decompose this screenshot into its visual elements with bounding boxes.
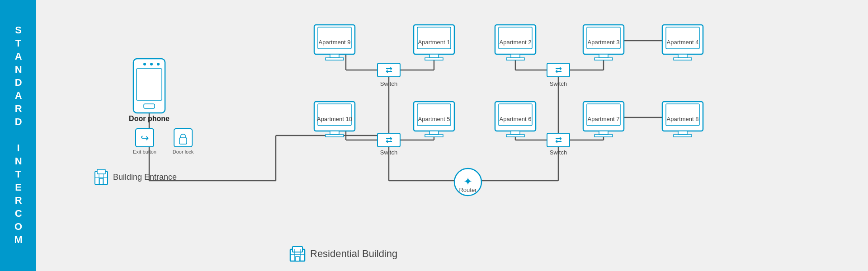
building-entrance-icon (95, 169, 108, 184)
svg-rect-112 (296, 257, 299, 261)
apt1-label: Apartment 1 (418, 39, 450, 46)
svg-text:⇄: ⇄ (386, 136, 392, 145)
apt4-label: Apartment 4 (667, 39, 699, 46)
svg-text:⇄: ⇄ (555, 136, 562, 145)
svg-rect-95 (137, 69, 162, 100)
router-label: Router (459, 187, 477, 193)
svg-rect-72 (506, 135, 524, 137)
svg-point-92 (143, 63, 146, 65)
svg-text:⇄: ⇄ (555, 65, 562, 75)
switch1-label: Switch (380, 149, 397, 156)
switch-top-right: ⇄ (547, 63, 570, 77)
apt3-label: Apartment 3 (588, 39, 620, 46)
residential-building-label: Residential Building (310, 248, 397, 260)
apt7-label: Apartment 7 (588, 116, 620, 122)
network-diagram: Apartment 9 Apartment 1 Apartment 2 Apar… (36, 0, 868, 244)
svg-rect-51 (511, 54, 520, 58)
svg-rect-55 (599, 54, 608, 58)
switch-top-left: ⇄ (377, 63, 400, 77)
main-content: Apartment 9 Apartment 1 Apartment 2 Apar… (36, 0, 868, 271)
svg-text:↪: ↪ (141, 132, 149, 144)
svg-rect-48 (425, 58, 443, 60)
switch-bottom-left: ⇄ (377, 133, 400, 147)
svg-rect-60 (674, 58, 692, 60)
svg-text:✦: ✦ (463, 175, 472, 187)
svg-rect-108 (292, 247, 302, 252)
svg-rect-71 (511, 131, 520, 135)
svg-point-94 (157, 63, 160, 65)
svg-rect-56 (594, 58, 613, 60)
svg-rect-47 (429, 54, 439, 58)
svg-rect-64 (326, 135, 344, 137)
bottom-section: Residential Building (289, 246, 397, 262)
svg-rect-75 (599, 131, 608, 135)
apt10-label: Apartment 10 (317, 116, 352, 122)
svg-point-93 (150, 63, 153, 65)
svg-rect-44 (326, 58, 344, 60)
apt5-label: Apartment 5 (418, 116, 450, 122)
svg-rect-103 (99, 178, 103, 184)
apt2-label: Apartment 2 (500, 39, 532, 46)
svg-rect-59 (678, 54, 687, 58)
residential-building-icon (289, 246, 306, 262)
switch3-label: Switch (550, 149, 567, 156)
door-phone-label: Door phone (129, 115, 170, 122)
building-entrance-label: Building Entrance (113, 173, 177, 182)
exit-button-device: ↪ (136, 129, 154, 147)
sidebar-title: STANDARD INTERCOM (13, 24, 24, 247)
switch4-label: Switch (550, 80, 567, 87)
exit-button-label: Exit button (133, 149, 156, 154)
door-lock-label: Door lock (173, 149, 194, 154)
svg-text:⇄: ⇄ (386, 65, 392, 75)
svg-rect-76 (594, 135, 613, 137)
svg-rect-79 (678, 131, 687, 135)
svg-rect-68 (425, 135, 443, 137)
apt9-label: Apartment 9 (319, 39, 351, 46)
svg-rect-100 (179, 138, 187, 144)
svg-rect-52 (506, 58, 524, 60)
sidebar: STANDARD INTERCOM (0, 0, 36, 271)
svg-rect-80 (674, 135, 692, 137)
svg-rect-43 (330, 54, 339, 58)
switch-bottom-right: ⇄ (547, 133, 570, 147)
svg-rect-102 (97, 169, 105, 174)
svg-rect-96 (144, 104, 155, 108)
svg-rect-63 (330, 131, 339, 135)
switch2-label: Switch (380, 80, 397, 87)
door-phone-device (133, 59, 165, 113)
door-lock-device (174, 129, 192, 147)
svg-rect-67 (429, 131, 439, 135)
apt8-label: Apartment 8 (667, 116, 699, 122)
apt6-label: Apartment 6 (500, 116, 532, 122)
